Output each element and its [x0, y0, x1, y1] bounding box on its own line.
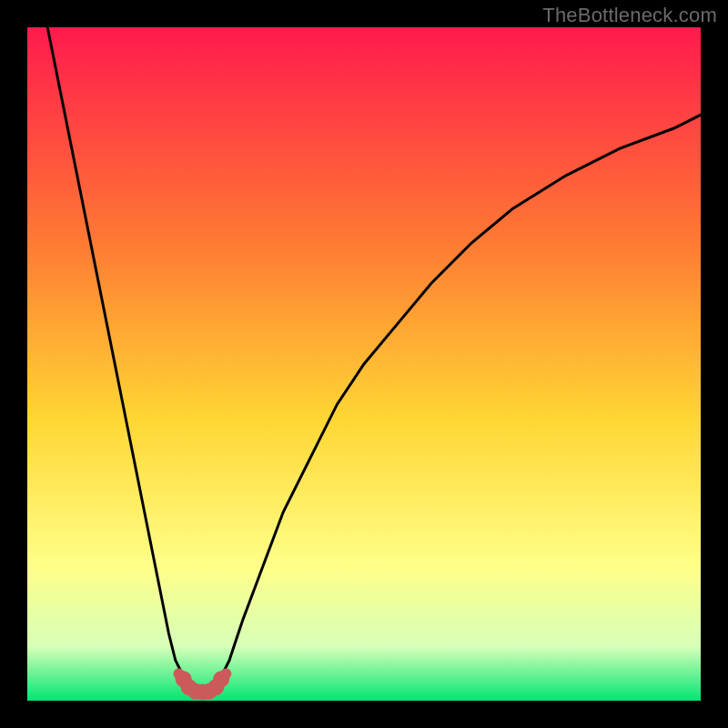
plot-area — [27, 27, 701, 701]
valley-marker — [213, 671, 229, 687]
chart-svg — [27, 27, 701, 701]
chart-frame: TheBottleneck.com — [0, 0, 728, 728]
watermark-text: TheBottleneck.com — [542, 4, 717, 27]
